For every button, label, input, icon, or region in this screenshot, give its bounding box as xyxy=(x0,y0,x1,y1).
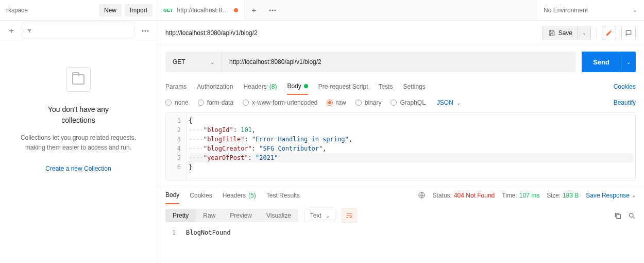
url-input[interactable]: http://localhost:8080/api/v1/blog/2 xyxy=(222,58,575,65)
chevron-down-icon: ⌄ xyxy=(210,59,214,65)
response-tabs: Body Cookies Headers (5) Test Results St… xyxy=(157,186,644,204)
search-icon[interactable] xyxy=(628,212,636,220)
pencil-icon xyxy=(605,29,613,37)
import-button[interactable]: Import xyxy=(125,4,152,17)
svg-point-2 xyxy=(147,30,149,31)
workspace-label[interactable]: rkspace xyxy=(4,7,28,14)
time-meta[interactable]: Time: 107 ms xyxy=(502,192,539,199)
chevron-down-icon: ⌄ xyxy=(632,192,636,198)
response-view-bar: Pretty Raw Preview Visualize Text ⌄ xyxy=(157,204,644,227)
edit-button[interactable] xyxy=(602,26,616,40)
filter-icon xyxy=(26,28,32,34)
filter-input[interactable] xyxy=(22,24,135,38)
status-meta[interactable]: Status: 404 Not Found xyxy=(433,192,495,199)
view-visualize[interactable]: Visualize xyxy=(259,209,298,222)
save-button[interactable]: Save xyxy=(543,26,578,40)
view-pretty[interactable]: Pretty xyxy=(165,209,196,222)
resp-tab-headers[interactable]: Headers (5) xyxy=(223,186,256,204)
wrap-toggle[interactable] xyxy=(342,208,357,223)
copy-icon[interactable] xyxy=(614,212,622,220)
method-selector[interactable]: GET ⌄ xyxy=(165,52,222,72)
editor-code[interactable]: { ····"blogId": 101, ····"blogTitle": "E… xyxy=(187,113,635,180)
resp-tab-body[interactable]: Body xyxy=(165,186,179,204)
tab-headers[interactable]: Headers (8) xyxy=(243,78,277,95)
folder-icon xyxy=(66,67,91,92)
sidebar-topbar: rkspace New Import xyxy=(0,0,157,21)
create-collection-icon[interactable]: + xyxy=(4,24,19,38)
tab-prerequest[interactable]: Pre-request Script xyxy=(318,78,368,95)
empty-collections: You don't have any collections Collectio… xyxy=(0,41,157,263)
new-tab-button[interactable]: + xyxy=(245,1,263,20)
response-format-selector[interactable]: Text ⌄ xyxy=(304,209,335,222)
chevron-down-icon: ⌄ xyxy=(326,213,330,219)
response-body[interactable]: 1 BlogNotFound xyxy=(157,227,644,238)
radio-form-data[interactable]: form-data xyxy=(198,99,233,106)
sidebar-toolbar: + xyxy=(0,21,157,41)
svg-point-5 xyxy=(275,9,276,11)
wrap-icon xyxy=(346,212,353,219)
globe-icon[interactable] xyxy=(418,191,426,199)
svg-rect-7 xyxy=(617,215,621,219)
response-gutter: 1 xyxy=(165,229,181,236)
cookies-link[interactable]: Cookies xyxy=(614,83,636,90)
send-caret[interactable]: ⌄ xyxy=(621,52,636,72)
body-type-row: none form-data x-www-form-urlencoded raw… xyxy=(157,95,644,110)
response-action-icons xyxy=(614,212,636,220)
environment-selector[interactable]: No Environment ⌄ xyxy=(536,0,644,20)
view-raw[interactable]: Raw xyxy=(196,209,223,222)
unsaved-dot-icon xyxy=(234,8,238,12)
tab-authorization[interactable]: Authorization xyxy=(197,78,233,95)
resp-tab-results[interactable]: Test Results xyxy=(266,186,300,204)
chevron-down-icon: ⌄ xyxy=(633,7,637,13)
body-dot-icon xyxy=(304,84,308,88)
comment-button[interactable] xyxy=(621,26,636,40)
view-preview[interactable]: Preview xyxy=(223,209,259,222)
resp-tab-cookies[interactable]: Cookies xyxy=(190,186,212,204)
tabs-more-icon[interactable] xyxy=(263,1,282,20)
resp-headers-count: (5) xyxy=(248,192,256,199)
create-collection-link[interactable]: Create a new Collection xyxy=(45,165,111,172)
svg-point-0 xyxy=(142,30,144,31)
tab-settings[interactable]: Settings xyxy=(403,78,426,95)
svg-point-3 xyxy=(269,9,271,11)
body-format-selector[interactable]: JSON ⌄ xyxy=(437,99,461,106)
tab-title: http://localhost:80... xyxy=(177,7,230,14)
radio-xwww[interactable]: x-www-form-urlencoded xyxy=(243,99,317,106)
editor-gutter: 1 2 3 4 5 6 xyxy=(166,113,187,180)
tab-method: GET xyxy=(163,8,173,13)
svg-point-4 xyxy=(272,9,274,11)
radio-none[interactable]: none xyxy=(165,99,189,106)
size-meta[interactable]: Size: 183 B xyxy=(547,192,579,199)
breadcrumb-row: http://localhost:8080/api/v1/blog/2 Save… xyxy=(157,21,644,45)
request-subtabs: Params Authorization Headers (8) Body Pr… xyxy=(157,78,644,95)
svg-point-8 xyxy=(630,213,634,217)
tab-body[interactable]: Body xyxy=(287,78,308,95)
request-name[interactable]: http://localhost:8080/api/v1/blog/2 xyxy=(165,29,258,37)
main-panel: GET http://localhost:80... + No Environm… xyxy=(157,0,644,263)
headers-count: (8) xyxy=(269,83,277,90)
radio-graphql[interactable]: GraphQL xyxy=(391,99,425,106)
beautify-link[interactable]: Beautify xyxy=(614,99,636,106)
comment-icon xyxy=(625,29,632,37)
environment-label: No Environment xyxy=(544,7,588,14)
request-body-editor[interactable]: 1 2 3 4 5 6 { ····"blogId": 101, ····"bl… xyxy=(165,112,636,180)
response-meta: Status: 404 Not Found Time: 107 ms Size:… xyxy=(418,191,636,199)
response-text: BlogNotFound xyxy=(181,229,636,236)
tab-tests[interactable]: Tests xyxy=(378,78,393,95)
request-row: GET ⌄ http://localhost:8080/api/v1/blog/… xyxy=(157,45,644,78)
request-tab[interactable]: GET http://localhost:80... xyxy=(157,0,245,20)
empty-title: You don't have any collections xyxy=(48,104,109,126)
send-button[interactable]: Send xyxy=(582,58,621,66)
response-view-group: Pretty Raw Preview Visualize xyxy=(165,209,298,222)
svg-point-1 xyxy=(145,30,146,31)
new-button[interactable]: New xyxy=(99,4,122,17)
radio-binary[interactable]: binary xyxy=(355,99,382,106)
save-response-button[interactable]: Save Response ⌄ xyxy=(586,192,636,199)
tab-params[interactable]: Params xyxy=(165,78,187,95)
radio-raw[interactable]: raw xyxy=(327,99,346,106)
request-tabs-bar: GET http://localhost:80... + No Environm… xyxy=(157,0,644,21)
sidebar-more-icon[interactable] xyxy=(138,30,152,32)
save-button-group: Save ⌄ xyxy=(543,26,591,40)
sidebar: rkspace New Import + You don't have any … xyxy=(0,0,157,263)
save-caret[interactable]: ⌄ xyxy=(578,26,590,40)
